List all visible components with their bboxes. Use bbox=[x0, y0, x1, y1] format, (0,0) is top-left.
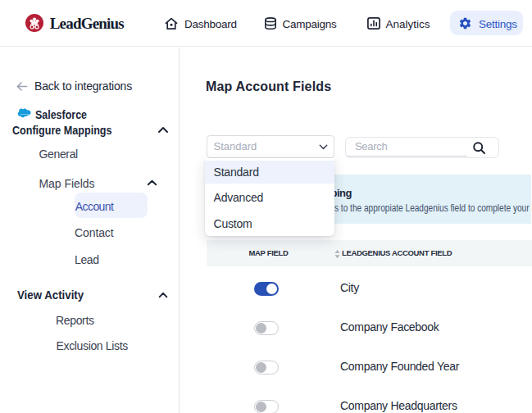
svg-text:salesforce: salesforce bbox=[20, 113, 30, 116]
